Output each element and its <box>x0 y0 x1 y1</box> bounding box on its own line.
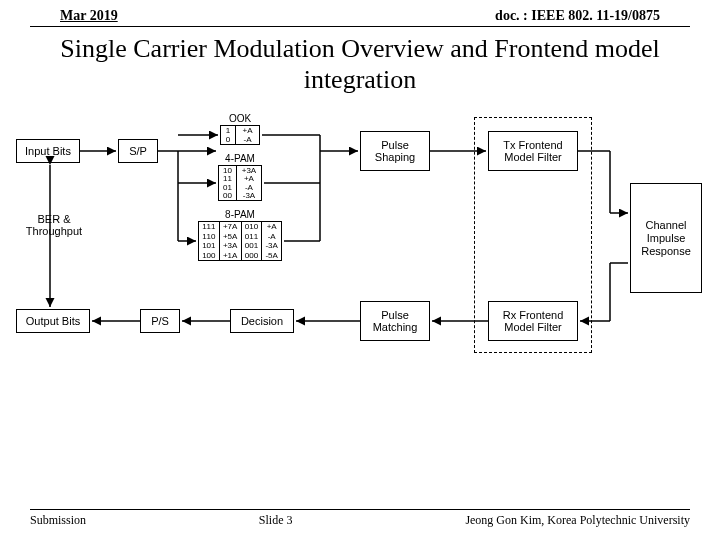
footer-center: Slide 3 <box>259 513 293 528</box>
label-ber: BER & Throughput <box>22 213 86 237</box>
label-pam8: 8-PAM <box>202 209 278 220</box>
block-pulse-shaping: Pulse Shaping <box>360 131 430 171</box>
footer-left: Submission <box>30 513 86 528</box>
block-decision: Decision <box>230 309 294 333</box>
page-title: Single Carrier Modulation Overview and F… <box>0 33 720 95</box>
header-date: Mar 2019 <box>60 8 118 24</box>
dashed-frontend-group <box>474 117 592 353</box>
table-ook: 1+A0-A <box>220 125 260 145</box>
block-diagram: Input Bits S/P Pulse Shaping Tx Frontend… <box>10 113 710 413</box>
header-doc: doc. : IEEE 802. 11-19/0875 <box>495 8 660 24</box>
block-sp: S/P <box>118 139 158 163</box>
label-pam4: 4-PAM <box>218 153 262 164</box>
block-ps: P/S <box>140 309 180 333</box>
block-pulse-matching: Pulse Matching <box>360 301 430 341</box>
block-channel: Channel Impulse Response <box>630 183 702 293</box>
label-ook: OOK <box>220 113 260 124</box>
block-output-bits: Output Bits <box>16 309 90 333</box>
block-input-bits: Input Bits <box>16 139 80 163</box>
footer-right: Jeong Gon Kim, Korea Polytechnic Univers… <box>465 513 690 528</box>
table-pam4: 10+3A 11+A 01-A 00-3A <box>218 165 262 201</box>
table-pam8: 111+7A010+A 110+5A011-A 101+3A001-3A 100… <box>198 221 282 261</box>
